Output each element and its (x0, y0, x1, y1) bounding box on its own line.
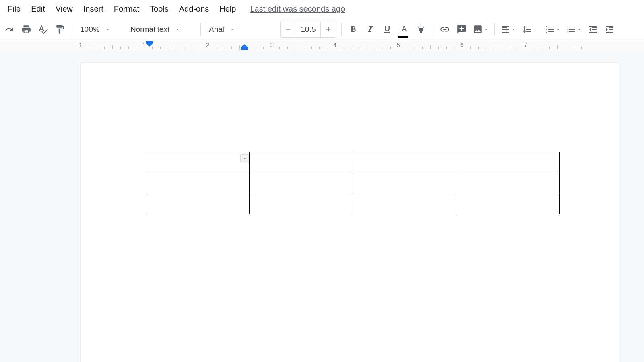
table-cell[interactable] (146, 152, 250, 173)
font-size-stepper: − 10.5 + (280, 21, 336, 38)
chevron-down-icon (484, 27, 489, 32)
document-page[interactable] (80, 63, 619, 362)
decrease-indent-button[interactable] (585, 22, 601, 37)
table-cell[interactable] (146, 173, 250, 193)
link-icon (440, 24, 450, 35)
table-cell[interactable] (456, 193, 560, 214)
table-cell[interactable] (353, 152, 456, 173)
ruler-number: 5 (397, 42, 400, 48)
ruler-tick (128, 47, 129, 49)
bullet-list-icon (566, 25, 576, 34)
ruler-tick (407, 47, 407, 49)
table-cell[interactable] (353, 193, 456, 214)
underline-icon (382, 25, 392, 34)
table-cell[interactable] (456, 173, 560, 193)
ruler-tick (367, 45, 367, 49)
ruler-tick (415, 47, 415, 49)
table-cell-handle[interactable] (240, 154, 249, 163)
ruler-tick (120, 47, 121, 49)
ruler-tick (303, 45, 303, 49)
ruler[interactable]: 11234567 (80, 41, 619, 51)
table-cell[interactable] (456, 152, 560, 173)
menu-view[interactable]: View (50, 2, 78, 16)
ruler-tick (263, 47, 264, 49)
first-line-indent-marker[interactable] (146, 41, 153, 47)
highlight-button[interactable] (413, 22, 429, 37)
paint-format-button[interactable] (52, 22, 68, 37)
print-button[interactable] (19, 22, 34, 37)
ruler-tick (319, 47, 320, 49)
add-comment-button[interactable] (454, 22, 469, 37)
table-cell[interactable] (250, 173, 353, 193)
ruler-tick (192, 47, 192, 49)
menu-addons[interactable]: Add-ons (174, 2, 215, 16)
print-icon (21, 24, 31, 35)
menu-insert[interactable]: Insert (78, 2, 109, 16)
text-color-icon (399, 25, 409, 34)
indent-marker-icon (241, 44, 248, 50)
table-cell[interactable] (250, 193, 353, 214)
spellcheck-button[interactable] (35, 22, 51, 37)
menu-file[interactable]: File (2, 2, 26, 16)
font-dropdown[interactable]: Arial (204, 22, 272, 37)
ruler-tick (231, 47, 232, 49)
left-indent-marker[interactable] (241, 44, 248, 50)
ruler-tick (239, 45, 240, 49)
insert-image-button[interactable] (471, 22, 490, 37)
font-size-decrease[interactable]: − (280, 21, 296, 38)
last-edit-link[interactable]: Last edit was seconds ago (250, 4, 345, 14)
ruler-number: 7 (524, 42, 527, 48)
ruler-tick (446, 47, 447, 49)
ruler-tick (359, 47, 359, 49)
underline-button[interactable] (380, 22, 395, 37)
font-size-value[interactable]: 10.5 (296, 21, 320, 38)
ruler-tick (112, 45, 113, 49)
menu-help[interactable]: Help (214, 2, 241, 16)
redo-button[interactable] (2, 22, 17, 37)
ruler-tick (470, 47, 471, 49)
align-button[interactable] (499, 22, 518, 37)
insert-link-button[interactable] (437, 22, 452, 37)
ruler-tick (287, 47, 288, 49)
comment-icon (456, 24, 467, 35)
ruler-tick (581, 47, 582, 49)
paint-format-icon (55, 24, 65, 35)
chevron-down-icon (577, 27, 582, 32)
style-dropdown[interactable]: Normal text (126, 22, 197, 37)
ruler-tick (438, 47, 439, 49)
font-size-increase[interactable]: + (320, 21, 336, 38)
line-spacing-icon (522, 25, 532, 34)
line-spacing-button[interactable] (520, 22, 535, 37)
highlight-icon (416, 25, 426, 34)
ruler-tick (200, 47, 200, 49)
bullet-list-button[interactable] (564, 22, 584, 37)
ruler-tick (574, 47, 574, 49)
text-color-button[interactable] (396, 22, 412, 37)
separator (122, 23, 122, 36)
menu-format[interactable]: Format (109, 2, 144, 16)
menu-tools[interactable]: Tools (144, 2, 174, 16)
bold-button[interactable] (346, 22, 361, 37)
editor-canvas (0, 51, 644, 362)
italic-button[interactable] (363, 22, 378, 37)
table-cell[interactable] (146, 193, 250, 214)
ruler-tick (97, 47, 97, 49)
ruler-number: 4 (333, 42, 336, 48)
ruler-tick (534, 47, 534, 49)
numbered-list-button[interactable] (543, 22, 563, 37)
ruler-tick (311, 47, 312, 49)
separator (275, 23, 275, 36)
chevron-down-icon (105, 27, 110, 32)
zoom-dropdown[interactable]: 100% (75, 22, 119, 37)
increase-indent-button[interactable] (602, 22, 617, 37)
document-table[interactable] (146, 152, 560, 214)
menu-edit[interactable]: Edit (26, 2, 50, 16)
ruler-tick (224, 47, 224, 49)
ruler-tick (454, 47, 454, 49)
ruler-number: 2 (206, 42, 209, 48)
table-cell[interactable] (353, 173, 456, 193)
ruler-tick (89, 47, 89, 49)
table-cell[interactable] (250, 152, 353, 173)
ruler-tick (375, 47, 375, 49)
ruler-number: 3 (270, 42, 273, 48)
